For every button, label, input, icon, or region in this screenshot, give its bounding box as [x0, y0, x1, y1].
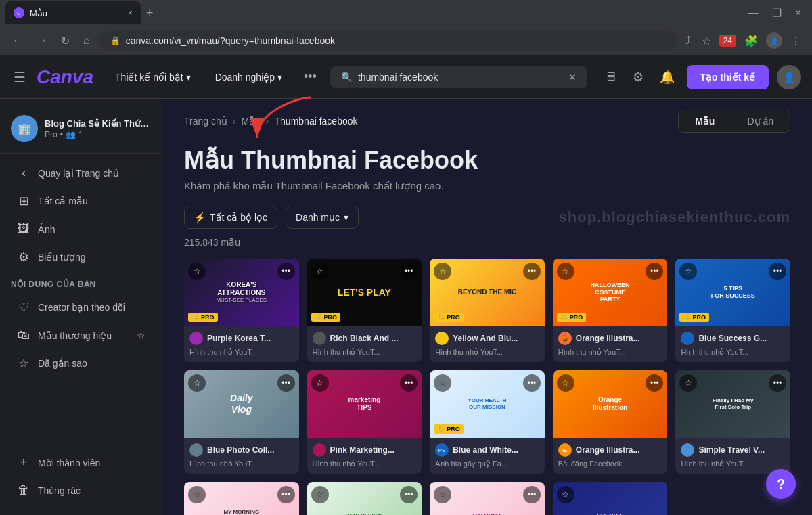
more-options-button[interactable]: •••: [523, 263, 541, 280]
star-button[interactable]: ☆: [557, 374, 574, 392]
filter-all-button[interactable]: ⚡ Tất cả bộ lọc: [184, 206, 277, 229]
project-tabs: Mẫu Dự án: [678, 110, 790, 133]
tab-mau[interactable]: Mẫu: [679, 110, 731, 132]
template-card[interactable]: BEYOND THE MIC ☆ ••• 👑 PRO Yellow And Bl…: [430, 259, 545, 362]
address-bar[interactable]: 🔒: [99, 31, 677, 50]
design-menu-button[interactable]: Thiết kế nổi bật ▾: [107, 66, 199, 88]
sidebar-item-starred[interactable]: ☆ Đã gắn sao: [5, 349, 156, 378]
sidebar-item-trash[interactable]: 🗑 Thùng rác: [5, 476, 156, 504]
create-design-button[interactable]: Tạo thiết kế: [687, 65, 769, 89]
template-card[interactable]: YOUR HEALTHOUR MISSION ☆ ••• 👑 PRO PS Bl…: [430, 370, 545, 474]
template-card[interactable]: 5 TIPSFOR SUCCESS ☆ ••• 👑 PRO Blue Succe…: [675, 259, 790, 362]
template-card[interactable]: HALLOWEENCOSTUMEPARTY ☆ ••• 👑 PRO 🎃 Oran…: [553, 259, 668, 362]
share-icon[interactable]: ⤴: [683, 32, 694, 49]
template-actions: •••: [277, 486, 295, 503]
more-options-button[interactable]: •••: [400, 374, 418, 392]
template-card[interactable]: OrangeIllustration ☆ ••• IE Orange Illus…: [553, 370, 668, 474]
star-button[interactable]: ☆: [188, 374, 206, 392]
more-options-button[interactable]: •••: [277, 374, 295, 392]
creator-row: PS Blue and White...: [435, 443, 539, 457]
active-tab[interactable]: C Mẫu ×: [5, 1, 141, 24]
more-options-button[interactable]: •••: [277, 263, 295, 280]
star-button[interactable]: ☆: [557, 486, 574, 503]
minimize-button[interactable]: —: [742, 4, 764, 22]
sidebar-item-brand[interactable]: 🛍 Mẫu thương hiệu ☆: [5, 321, 156, 349]
sidebar-item-invite[interactable]: + Mời thành viên: [5, 449, 156, 476]
more-options-button[interactable]: •••: [523, 374, 541, 392]
bookmark-icon[interactable]: ☆: [699, 32, 714, 50]
creator-row: 🎃 Orange Illustra...: [558, 332, 662, 345]
tab-close-btn[interactable]: ×: [128, 8, 133, 18]
canva-logo: Canva: [37, 66, 93, 88]
breadcrumb-current: Thumbnai facebook: [275, 116, 358, 127]
notifications-icon[interactable]: 🔔: [656, 66, 679, 89]
template-card[interactable]: LET'S PLAY ☆ ••• 👑 PRO Rich Black And ..…: [307, 259, 422, 362]
star-button[interactable]: ☆: [311, 263, 329, 280]
creator-row: Blue Photo Coll...: [189, 443, 294, 457]
monitor-icon[interactable]: 🖥: [600, 66, 621, 88]
hamburger-menu-button[interactable]: ☰: [11, 66, 28, 88]
sidebar-item-back[interactable]: ‹ Quay lại Trang chủ: [5, 159, 156, 187]
extensions-icon[interactable]: 🧩: [742, 32, 761, 50]
template-card[interactable]: MAP DESIGN ☆ ••• Simple Youtube... Hì: [307, 482, 422, 515]
more-options-button[interactable]: •••: [400, 263, 418, 280]
pro-label: Pro: [45, 130, 58, 139]
refresh-button[interactable]: ↻: [57, 32, 74, 50]
url-input[interactable]: [126, 35, 667, 46]
sidebar-item-photos[interactable]: 🖼 Ảnh: [5, 215, 156, 243]
template-card[interactable]: SPECIAL ☆: [553, 482, 668, 515]
template-card[interactable]: marketingTIPS ☆ ••• Pink Marketing...: [307, 370, 422, 474]
breadcrumb-templates[interactable]: Mẫu: [241, 116, 260, 127]
business-menu-label: Doanh nghiệp: [215, 72, 275, 83]
more-options-icon[interactable]: ⋮: [788, 32, 804, 50]
more-options-button[interactable]: •••: [769, 374, 786, 392]
user-counter-badge[interactable]: 24: [719, 35, 736, 47]
search-clear-button[interactable]: ✕: [568, 72, 577, 83]
settings-icon[interactable]: ⚙: [629, 66, 648, 89]
star-button[interactable]: ☆: [434, 263, 451, 280]
tab-du-an[interactable]: Dự án: [731, 110, 790, 132]
star-button[interactable]: ☆: [188, 486, 206, 503]
category-dropdown-button[interactable]: Danh mục ▾: [286, 206, 359, 229]
template-info: Rich Black And ... Hình thu nhỏ YouT...: [307, 326, 422, 362]
breadcrumb-home[interactable]: Trang chủ: [184, 116, 227, 127]
star-button[interactable]: ☆: [434, 374, 451, 392]
more-options-button[interactable]: •••: [277, 486, 295, 503]
star-button[interactable]: ☆: [311, 374, 329, 392]
star-button[interactable]: ☆: [188, 263, 206, 280]
template-desc: Hình thu nhỏ YouT...: [313, 348, 417, 357]
more-options-button[interactable]: •••: [646, 374, 663, 392]
template-card[interactable]: TUTORIAL ☆ •••: [430, 482, 545, 515]
more-options-button[interactable]: •••: [523, 486, 541, 503]
new-tab-button[interactable]: +: [143, 3, 156, 23]
user-avatar[interactable]: 👤: [777, 65, 801, 89]
star-button[interactable]: ☆: [434, 486, 451, 503]
template-card[interactable]: KOREA'SATTRACTIONSMUST-SEE PLACES ☆ ••• …: [184, 259, 299, 362]
search-input[interactable]: [358, 72, 563, 83]
close-window-button[interactable]: ×: [790, 4, 807, 22]
more-options-button[interactable]: •••: [400, 486, 418, 503]
plus-icon: +: [16, 455, 31, 470]
sidebar-item-all-templates[interactable]: ⊞ Tất cả mẫu: [5, 187, 156, 215]
more-options-button[interactable]: •••: [646, 263, 663, 280]
search-container[interactable]: 🔍 ✕: [330, 66, 587, 88]
more-options-button[interactable]: •••: [769, 263, 786, 280]
sidebar-item-icons[interactable]: ⚙ Biểu tượng: [5, 243, 156, 271]
template-card[interactable]: DailyVlog ☆ ••• Blue Photo Coll... Hì: [184, 370, 299, 474]
template-card[interactable]: MY MORNINGROUTINE ☆ ••• Simple Routine..…: [184, 482, 299, 515]
more-nav-button[interactable]: •••: [298, 67, 322, 87]
creator-row: Blue Success G...: [681, 332, 785, 345]
star-button[interactable]: ☆: [311, 486, 329, 503]
template-thumbnail: SPECIAL ☆: [553, 482, 668, 515]
back-button[interactable]: ←: [8, 32, 27, 49]
help-button[interactable]: ?: [766, 469, 796, 499]
template-card[interactable]: Finally I Had MyFirst Solo Trip ☆ ••• Si…: [675, 370, 790, 474]
business-menu-button[interactable]: Doanh nghiệp ▾: [207, 66, 290, 88]
star-button[interactable]: ☆: [557, 263, 574, 280]
forward-button[interactable]: →: [32, 32, 51, 49]
sidebar-item-creator[interactable]: ♡ Creator bạn theo dõi: [5, 293, 156, 321]
home-button[interactable]: ⌂: [79, 32, 94, 49]
profile-icon[interactable]: 👤: [766, 32, 782, 49]
maximize-button[interactable]: ❐: [767, 4, 787, 22]
navbar-right: 🖥 ⚙ 🔔 Tạo thiết kế 👤: [600, 65, 801, 89]
